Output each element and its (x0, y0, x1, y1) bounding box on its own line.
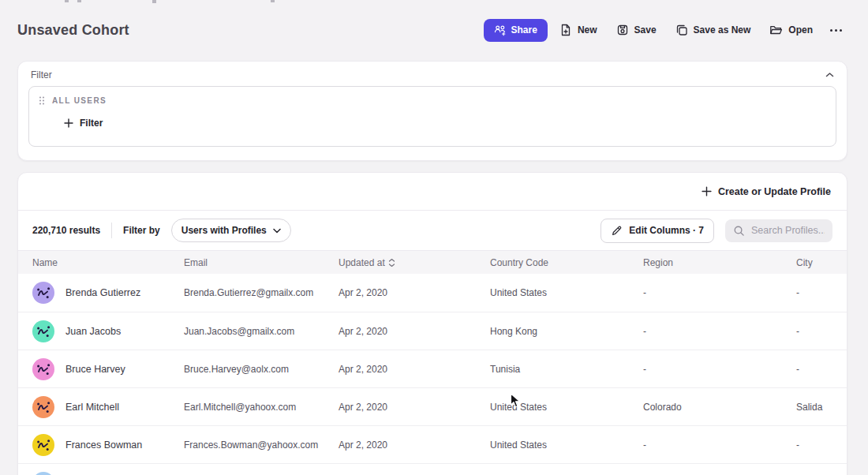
divider (111, 223, 112, 238)
search-profiles-input[interactable] (751, 225, 825, 236)
column-header-name[interactable]: Name (32, 257, 184, 268)
clipped-breadcrumb-remnant (65, 0, 69, 2)
profile-type-dropdown[interactable]: Users with Profiles (171, 219, 291, 242)
more-options-button[interactable] (825, 23, 847, 38)
folder-open-icon (769, 24, 783, 36)
profile-country-code: Hong Kong (490, 326, 643, 337)
new-button[interactable]: New (552, 18, 604, 42)
pencil-icon (611, 225, 623, 237)
open-button-label: Open (788, 24, 813, 36)
column-header-city[interactable]: City (796, 257, 847, 268)
save-button[interactable]: Save (609, 18, 664, 42)
clipped-breadcrumb-remnant (271, 0, 275, 2)
profile-region: - (643, 326, 796, 337)
save-as-new-button-label: Save as New (694, 24, 751, 36)
profile-name-cell: Brenda Gutierrez (32, 282, 184, 304)
share-button[interactable]: Share (484, 19, 548, 42)
edit-columns-label: Edit Columns · 7 (629, 225, 704, 236)
profile-country-code: United States (490, 287, 643, 298)
profile-name-cell: Frances Bowman (32, 434, 184, 456)
filter-panel: Filter ALL USERS Filter (17, 61, 847, 161)
avatar (32, 472, 54, 475)
copy-icon (675, 24, 688, 36)
plus-icon (64, 118, 73, 128)
ellipsis-icon (829, 28, 843, 32)
table-header-row: Name Email Updated at Country Code Regio… (18, 250, 847, 274)
profile-country-code: United States (490, 402, 643, 413)
column-header-region[interactable]: Region (643, 257, 796, 268)
profiles-panel: Create or Update Profile 220,710 results… (17, 172, 847, 475)
profile-name: Earl Mitchell (65, 402, 119, 413)
profile-name-cell: Bruce Harvey (32, 358, 184, 380)
create-or-update-profile-button[interactable]: Create or Update Profile (702, 186, 831, 197)
profile-name: Frances Bowman (65, 439, 142, 451)
avatar (32, 396, 54, 418)
profile-updated-at: Apr 2, 2020 (339, 439, 490, 451)
profile-country-code: Tunisia (490, 364, 643, 375)
header-actions: Share New Save (484, 18, 847, 42)
search-icon (733, 225, 745, 237)
column-header-updated-at[interactable]: Updated at (339, 257, 490, 268)
top-bar: Unsaved Cohort Share (17, 5, 847, 55)
profile-name: Brenda Gutierrez (65, 287, 140, 298)
table-row[interactable]: Bruce Harvey Bruce.Harvey@aolx.com Apr 2… (18, 350, 847, 387)
table-row[interactable]: Earl Mitchell Earl.Mitchell@yahoox.com A… (18, 387, 847, 425)
new-button-label: New (578, 24, 597, 36)
avatar (32, 320, 54, 342)
search-profiles-box (725, 219, 832, 242)
filter-panel-title: Filter (31, 69, 52, 80)
plus-icon (702, 186, 712, 196)
profile-city: Salida (796, 402, 847, 413)
sort-arrows-icon (388, 258, 395, 267)
profile-region: - (643, 287, 796, 298)
profile-email: Juan.Jacobs@gmailx.com (184, 326, 339, 337)
profile-updated-at: Apr 2, 2020 (339, 287, 490, 298)
profile-email: Brenda.Gutierrez@gmailx.com (184, 287, 339, 298)
create-or-update-profile-label: Create or Update Profile (718, 186, 831, 197)
drag-handle-icon[interactable] (39, 95, 45, 106)
profile-city: - (796, 439, 847, 451)
profile-city: - (796, 326, 847, 337)
profile-region: - (643, 439, 796, 451)
collapse-chevron-up-icon[interactable] (825, 72, 834, 78)
table-row[interactable]: Juan Jacobs Juan.Jacobs@gmailx.com Apr 2… (18, 312, 847, 350)
column-header-email[interactable]: Email (184, 257, 339, 268)
filter-by-label: Filter by (123, 225, 160, 236)
profile-name-cell: Juan Jacobs (32, 320, 184, 342)
save-icon (616, 24, 629, 36)
clipped-breadcrumb-remnant (77, 0, 81, 2)
avatar (32, 282, 54, 304)
table-row[interactable] (18, 463, 847, 475)
open-button[interactable]: Open (762, 18, 820, 42)
page-title: Unsaved Cohort (17, 22, 129, 39)
new-document-icon (559, 24, 572, 36)
column-header-country-code[interactable]: Country Code (490, 257, 643, 268)
table-body: Brenda Gutierrez Brenda.Gutierrez@gmailx… (18, 274, 847, 475)
profile-type-dropdown-value: Users with Profiles (181, 225, 267, 236)
add-filter-button[interactable]: Filter (64, 118, 103, 129)
profile-name-cell (32, 472, 184, 475)
profile-region: Colorado (643, 402, 796, 413)
add-filter-label: Filter (80, 118, 103, 129)
profile-region: - (643, 364, 796, 375)
profile-updated-at: Apr 2, 2020 (339, 402, 490, 413)
profile-name-cell: Earl Mitchell (32, 396, 184, 418)
avatar (32, 434, 54, 456)
save-as-new-button[interactable]: Save as New (668, 18, 758, 42)
share-button-label: Share (511, 24, 537, 36)
filter-group: ALL USERS Filter (28, 86, 836, 147)
edit-columns-button[interactable]: Edit Columns · 7 (600, 219, 714, 243)
results-count: 220,710 results (32, 225, 100, 236)
profile-email: Frances.Bowman@yahoox.com (184, 439, 339, 451)
table-row[interactable]: Frances Bowman Frances.Bowman@yahoox.com… (18, 425, 847, 463)
profile-updated-at: Apr 2, 2020 (339, 326, 490, 337)
results-toolbar: 220,710 results Filter by Users with Pro… (18, 211, 847, 250)
table-row[interactable]: Brenda Gutierrez Brenda.Gutierrez@gmailx… (18, 274, 847, 312)
share-people-icon (494, 24, 506, 36)
clipped-breadcrumb-remnant (152, 0, 156, 3)
profile-name: Juan Jacobs (65, 326, 121, 337)
profile-updated-at: Apr 2, 2020 (339, 364, 490, 375)
profile-country-code: United States (490, 439, 643, 451)
save-button-label: Save (634, 24, 657, 36)
profile-city: - (796, 287, 847, 298)
